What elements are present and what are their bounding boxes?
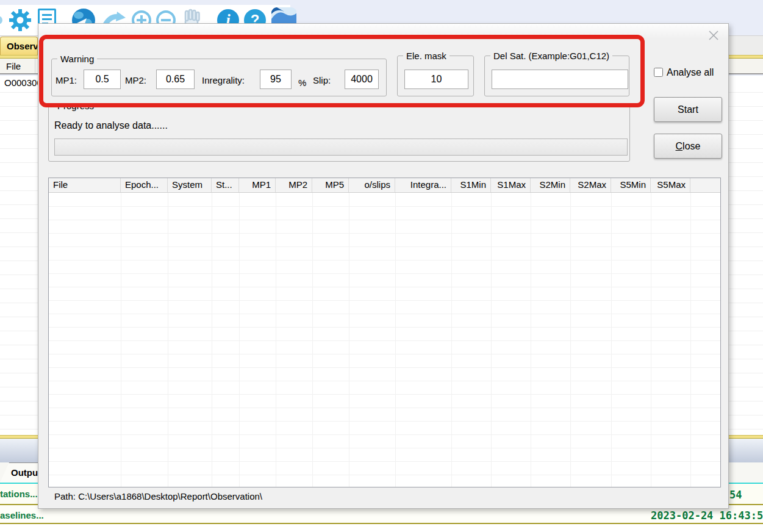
grid-vline	[611, 193, 612, 487]
gear-glyph	[7, 7, 33, 33]
grid-hline	[49, 327, 720, 328]
progress-status-text: Ready to analyse data......	[54, 120, 168, 132]
x-glyph	[707, 29, 720, 42]
grid-hline	[49, 300, 720, 301]
grid-hline	[49, 340, 720, 341]
grid-vline	[491, 193, 492, 487]
grid-hline	[49, 461, 720, 462]
tab-observation[interactable]: Observ	[0, 37, 38, 55]
grid-vline	[121, 193, 121, 487]
grid-vline	[531, 193, 531, 487]
column-header-S2Max[interactable]: S2Max	[570, 178, 611, 192]
column-header-S1Min[interactable]: S1Min	[451, 178, 491, 192]
log-row-baselines-label: aselines...	[0, 510, 44, 520]
column-header-o/slips[interactable]: o/slips	[349, 178, 395, 192]
analyse-all-label: Analyse all	[667, 67, 714, 79]
grid-vline	[690, 193, 691, 487]
grid-hline	[49, 206, 720, 207]
grid-hline	[49, 233, 720, 234]
path-status-text: Path: C:\Users\a1868\Desktop\Report\Obse…	[54, 491, 262, 501]
log-row-stations-time-fragment: 54	[729, 489, 742, 501]
tab-output[interactable]: Output	[0, 462, 39, 483]
grid-hline	[49, 475, 720, 475]
results-table-header: FileEpoch...SystemSt...MP1MP2MP5o/slipsI…	[49, 178, 720, 193]
grid-hline	[49, 287, 720, 287]
grid-hline	[49, 220, 720, 220]
column-header-File[interactable]: File	[49, 178, 121, 192]
grid-hline	[49, 434, 720, 435]
grid-vline	[651, 193, 651, 487]
grid-vline	[451, 193, 452, 487]
column-header-Epoch...[interactable]: Epoch...	[121, 178, 168, 192]
grid-hline	[49, 314, 720, 314]
column-header-S5Min[interactable]: S5Min	[611, 178, 651, 192]
grid-vline	[239, 193, 240, 487]
column-header-St...[interactable]: St...	[212, 178, 239, 192]
column-header-MP2[interactable]: MP2	[276, 178, 312, 192]
close-button[interactable]: Close	[654, 134, 722, 159]
grid-vline	[168, 193, 168, 487]
screen: i ? Observ File O000300 O	[0, 0, 763, 532]
grid-vline	[349, 193, 349, 487]
grid-hline	[49, 421, 720, 422]
column-header-MP5[interactable]: MP5	[312, 178, 349, 192]
annotation-red-rectangle	[39, 35, 645, 107]
grid-vline	[395, 193, 396, 487]
analyse-all-checkbox[interactable]	[654, 68, 663, 77]
column-header-MP1[interactable]: MP1	[239, 178, 276, 192]
results-table-body[interactable]	[49, 193, 720, 487]
grid-vline	[312, 193, 313, 487]
results-table: FileEpoch...SystemSt...MP1MP2MP5o/slipsI…	[48, 178, 721, 487]
grid-vline	[276, 193, 276, 487]
start-button-label: Start	[678, 104, 698, 115]
settings-gear-icon[interactable]	[7, 7, 33, 33]
log-row-baselines-timestamp: 2023-02-24 16:43:54	[651, 509, 763, 522]
column-header-blank[interactable]	[690, 178, 720, 192]
grid-vline	[212, 193, 212, 487]
column-header-S5Max[interactable]: S5Max	[651, 178, 690, 192]
grid-hline	[49, 354, 720, 354]
grid-hline	[49, 394, 720, 395]
partial-icon[interactable]	[1, 7, 2, 33]
grid-hline	[49, 381, 720, 381]
dialog-close-icon[interactable]	[706, 28, 721, 43]
grid-hline	[49, 246, 720, 247]
partial-glyph	[0, 16, 2, 24]
grid-hline	[49, 408, 720, 408]
file-row-name[interactable]: O000300	[4, 77, 38, 88]
column-header-S2Min[interactable]: S2Min	[531, 178, 570, 192]
bottom-whitespace	[0, 524, 763, 532]
column-header-System[interactable]: System	[168, 178, 212, 192]
progress-bar	[54, 138, 628, 156]
log-row-stations-label: tations...	[0, 489, 38, 499]
grid-hline	[49, 260, 720, 261]
column-header-file[interactable]: File	[6, 61, 21, 71]
close-button-label: Close	[676, 141, 701, 152]
column-header-Integra...[interactable]: Integra...	[395, 178, 451, 192]
start-button[interactable]: Start	[654, 97, 722, 122]
column-divider	[35, 59, 35, 73]
grid-hline	[49, 367, 720, 368]
grid-vline	[570, 193, 571, 487]
column-header-S1Max[interactable]: S1Max	[491, 178, 531, 192]
grid-hline	[49, 448, 720, 448]
grid-hline	[49, 273, 720, 274]
